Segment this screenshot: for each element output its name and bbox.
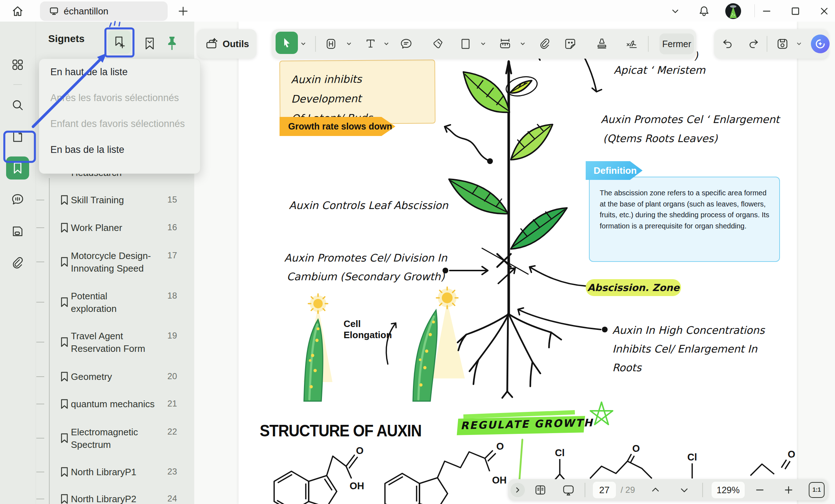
bookmark-label: Travel Agent Reservation Form	[71, 330, 150, 355]
sticky-note[interactable]: Auxin inhibits Development Of Latent/ Bu…	[279, 59, 435, 124]
close-icon	[819, 6, 830, 17]
minimize-button[interactable]	[758, 3, 775, 19]
abscission-zone-highlight[interactable]: Abscission. Zone	[586, 279, 681, 296]
zoom-input[interactable]: 129%	[712, 482, 745, 498]
menu-item-child-of-selected[interactable]: Enfant des favoris sélectionnés	[39, 111, 200, 137]
bookmark-row[interactable]: North LibraryP2 24	[36, 493, 180, 504]
bookmark-row[interactable]: Geometry 20	[36, 371, 180, 383]
new-tab-button[interactable]	[177, 5, 189, 17]
home-button[interactable]	[11, 4, 24, 18]
undo-icon	[721, 37, 734, 51]
definition-callout[interactable]: The abscission zone refers to a specific…	[589, 177, 780, 262]
measure-tool-button[interactable]	[499, 37, 512, 50]
sidebar-item-thumbnails[interactable]	[6, 125, 29, 148]
presentation-button[interactable]	[562, 483, 575, 496]
save-options-chevron[interactable]	[796, 41, 802, 46]
page-number-input[interactable]: 27	[593, 482, 616, 498]
shape-tool-chevron[interactable]	[480, 41, 486, 46]
add-bookmark-button[interactable]	[108, 31, 131, 54]
shoot-right	[413, 310, 437, 401]
menu-item-bottom-of-list[interactable]: En bas de la liste	[39, 137, 200, 163]
measure-tool-chevron[interactable]	[520, 41, 526, 46]
maximize-icon	[790, 6, 801, 17]
document-tab[interactable]: échantillon	[40, 1, 168, 21]
titlebar: échantillon	[0, 0, 835, 22]
pin-button[interactable]	[165, 35, 179, 52]
signature-tool-button[interactable]	[625, 37, 638, 50]
cell-elongation-illustration	[304, 287, 465, 401]
chem-atom-label: O	[496, 441, 504, 452]
bookmark-row[interactable]: Potential exploration 18	[36, 290, 180, 315]
growth-tag[interactable]: Growth rate slows down	[280, 117, 395, 136]
sidebar-item-search[interactable]	[6, 94, 29, 117]
bookmark-row[interactable]: Travel Agent Reservation Form 19	[36, 330, 180, 355]
expand-statusbar-button[interactable]	[510, 483, 525, 497]
pen-tool-button[interactable]	[431, 37, 444, 50]
maximize-button[interactable]	[787, 3, 804, 19]
statusbar-separator	[702, 483, 703, 497]
sidebar-item-annotations[interactable]	[6, 188, 29, 211]
sticker-tool-button[interactable]	[564, 37, 577, 50]
notifications-button[interactable]	[696, 3, 712, 19]
statusbar-separator	[585, 483, 585, 497]
tools-button[interactable]: Outils	[197, 29, 257, 59]
bookmark-row[interactable]: quantum mechanics 21	[36, 398, 180, 410]
toolbar-collapse-button[interactable]	[667, 3, 684, 19]
bookmark-page-number: 20	[163, 371, 177, 381]
select-tool-button[interactable]	[276, 32, 298, 54]
zoom-out-button[interactable]	[753, 483, 766, 496]
highlight-tool-chevron[interactable]	[346, 41, 352, 46]
redo-button[interactable]	[748, 37, 761, 50]
comment-tool-button[interactable]	[400, 37, 413, 50]
sidebar-item-attachments[interactable]	[6, 251, 29, 274]
high-concentration-label-1: Auxin In High Concentrations	[612, 324, 764, 336]
highlight-tool-icon	[325, 37, 337, 51]
bookmark-row[interactable]: Electromagnetic Spectrum 22	[36, 426, 180, 451]
expand-bookmarks-button[interactable]	[142, 36, 157, 52]
next-page-button[interactable]	[678, 483, 691, 496]
highlight-tool-button[interactable]	[325, 37, 337, 50]
chevron-up-icon	[650, 485, 661, 495]
sidebar-item-stamps[interactable]	[6, 220, 29, 243]
stamp-tool-button[interactable]	[595, 37, 608, 50]
bookmark-page-number: 18	[163, 291, 177, 301]
bookmark-row[interactable]: Skill Training 15	[36, 194, 180, 206]
titlebar-separator	[754, 4, 755, 17]
page-layout-button[interactable]	[534, 483, 547, 496]
text-tool-chevron[interactable]	[384, 41, 389, 46]
bookmark-label: North LibraryP2	[71, 493, 159, 504]
select-tool-chevron[interactable]	[300, 41, 306, 46]
avatar[interactable]	[725, 3, 741, 19]
text-tool-button[interactable]	[364, 37, 377, 50]
previous-page-button[interactable]	[649, 483, 662, 496]
bookmark-icon	[60, 297, 69, 308]
toolbar-separator	[648, 36, 649, 52]
bookmark-row[interactable]: Motorcycle Design-Innovating Speed 17	[36, 250, 180, 275]
sidebar-item-appearance[interactable]	[6, 499, 29, 504]
signature-icon	[625, 36, 638, 51]
shape-tool-button[interactable]	[459, 37, 472, 50]
bookmark-row[interactable]: North LibraryP1 23	[36, 466, 180, 478]
plant-roots	[458, 314, 561, 398]
close-annotation-button[interactable]: Fermer	[659, 33, 694, 54]
bookmark-label: Geometry	[71, 371, 159, 383]
bookmark-row[interactable]: Work Planer 16	[36, 222, 180, 234]
menu-item-top-of-list[interactable]: En haut de la liste	[39, 59, 200, 85]
close-button[interactable]	[816, 3, 832, 19]
tree-connector	[36, 302, 44, 303]
actual-size-button[interactable]: 1:1	[809, 482, 825, 498]
minus-icon	[755, 485, 765, 495]
sidebar-item-menu[interactable]	[6, 53, 29, 76]
chevron-down-icon	[679, 485, 689, 495]
attachment-tool-button[interactable]	[538, 37, 551, 50]
comment-icon	[10, 192, 25, 206]
menu-item-after-selected[interactable]: Après les favoris sélectionnés	[39, 85, 200, 111]
bookmark-label: quantum mechanics	[71, 398, 159, 410]
save-button[interactable]	[776, 37, 789, 50]
undo-button[interactable]	[721, 37, 734, 50]
bookmark-label: North LibraryP1	[71, 466, 159, 478]
sidebar-item-bookmarks[interactable]	[6, 156, 29, 180]
ai-assistant-button[interactable]	[811, 35, 830, 53]
chem-atom-label: OH	[492, 475, 507, 486]
zoom-in-button[interactable]	[782, 483, 795, 496]
